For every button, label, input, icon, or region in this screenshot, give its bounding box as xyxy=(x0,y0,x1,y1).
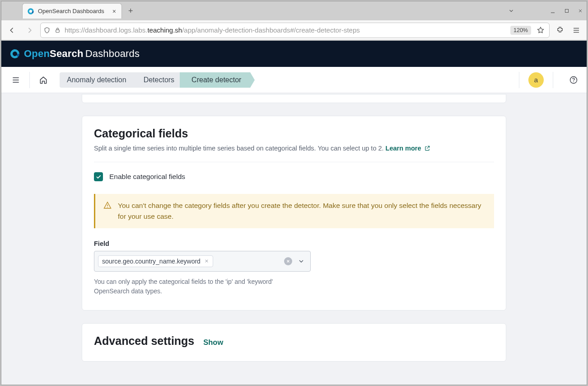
field-help-text: You can only apply the categorical field… xyxy=(94,277,306,297)
field-label: Field xyxy=(94,240,311,247)
shield-icon xyxy=(43,27,51,34)
remove-pill-icon[interactable] xyxy=(204,259,209,264)
app-viewport: OpenSearchDashboards Anomaly detection D… xyxy=(1,40,587,385)
extensions-icon[interactable] xyxy=(554,26,566,34)
close-tab-icon[interactable]: × xyxy=(112,8,117,15)
avatar[interactable]: a xyxy=(528,72,544,88)
brand-logo[interactable]: OpenSearchDashboards xyxy=(9,48,140,60)
window-maximize-icon[interactable] xyxy=(564,8,569,14)
browser-window: OpenSearch Dashboards × + xyxy=(1,1,587,385)
clear-all-icon[interactable] xyxy=(284,257,292,265)
toolbar: Anomaly detection Detectors Create detec… xyxy=(1,67,587,93)
enable-categorical-checkbox[interactable] xyxy=(94,172,103,181)
brand-open: Open xyxy=(24,48,50,59)
browser-tab[interactable]: OpenSearch Dashboards × xyxy=(22,3,122,19)
warning-callout: You can't change the category fields aft… xyxy=(94,194,494,228)
opensearch-favicon xyxy=(27,8,34,15)
forward-button[interactable] xyxy=(23,24,36,37)
tab-strip: OpenSearch Dashboards × + xyxy=(1,1,587,20)
breadcrumbs: Anomaly detection Detectors Create detec… xyxy=(60,72,247,88)
external-link-icon xyxy=(424,145,430,151)
breadcrumb-create-detector[interactable]: Create detector xyxy=(180,72,250,88)
brand-bar: OpenSearchDashboards xyxy=(1,41,587,67)
breadcrumb-anomaly-detection[interactable]: Anomaly detection xyxy=(60,72,135,88)
url-text: https://dashboard.logs.labs.teaching.sh/… xyxy=(65,26,507,34)
brand-search: Search xyxy=(50,48,84,59)
bookmark-star-icon[interactable] xyxy=(535,26,546,34)
field-combobox[interactable]: source.geo.country_name.keyword xyxy=(94,251,311,272)
home-button[interactable] xyxy=(34,71,52,89)
panel-subtitle: Split a single time series into multiple… xyxy=(94,144,494,154)
new-tab-button[interactable]: + xyxy=(128,6,133,16)
lock-icon xyxy=(54,27,61,33)
enable-categorical-label: Enable categorical fields xyxy=(109,173,185,181)
advanced-settings-panel: Advanced settings Show xyxy=(82,323,506,362)
selected-field-pill: source.geo.country_name.keyword xyxy=(98,255,213,267)
window-minimize-icon[interactable] xyxy=(550,8,556,14)
svg-point-3 xyxy=(573,81,574,82)
warning-icon xyxy=(103,201,112,222)
window-controls xyxy=(550,1,583,20)
back-button[interactable] xyxy=(6,24,19,37)
combobox-chevron-icon[interactable] xyxy=(296,258,307,265)
categorical-fields-panel: Categorical fields Split a single time s… xyxy=(82,116,506,311)
window-close-icon[interactable] xyxy=(578,8,583,14)
addr-row: https://dashboard.logs.labs.teaching.sh/… xyxy=(1,20,587,40)
advanced-show-toggle[interactable]: Show xyxy=(203,338,223,347)
nav-toggle-button[interactable] xyxy=(7,71,25,89)
advanced-title: Advanced settings xyxy=(94,334,194,348)
address-bar[interactable]: https://dashboard.logs.labs.teaching.sh/… xyxy=(40,23,550,38)
page-scroll[interactable]: Categorical fields Split a single time s… xyxy=(1,93,587,385)
warning-text: You can't change the category fields aft… xyxy=(118,200,486,222)
help-button[interactable] xyxy=(566,72,581,88)
opensearch-logo-icon xyxy=(9,48,20,59)
panel-title: Categorical fields xyxy=(94,127,494,140)
tabs-dropdown-button[interactable] xyxy=(508,1,514,20)
svg-point-4 xyxy=(107,207,108,208)
svg-rect-1 xyxy=(56,30,60,33)
selected-field-text: source.geo.country_name.keyword xyxy=(102,258,201,265)
zoom-badge[interactable]: 120% xyxy=(510,26,531,35)
breadcrumb-detectors[interactable]: Detectors xyxy=(132,72,183,88)
brand-dash: Dashboards xyxy=(85,48,140,59)
tab-title: OpenSearch Dashboards xyxy=(38,8,104,14)
svg-rect-0 xyxy=(565,9,569,13)
previous-panel-stub xyxy=(82,94,506,103)
app-menu-icon[interactable] xyxy=(570,26,582,34)
learn-more-link[interactable]: Learn more xyxy=(386,145,421,152)
